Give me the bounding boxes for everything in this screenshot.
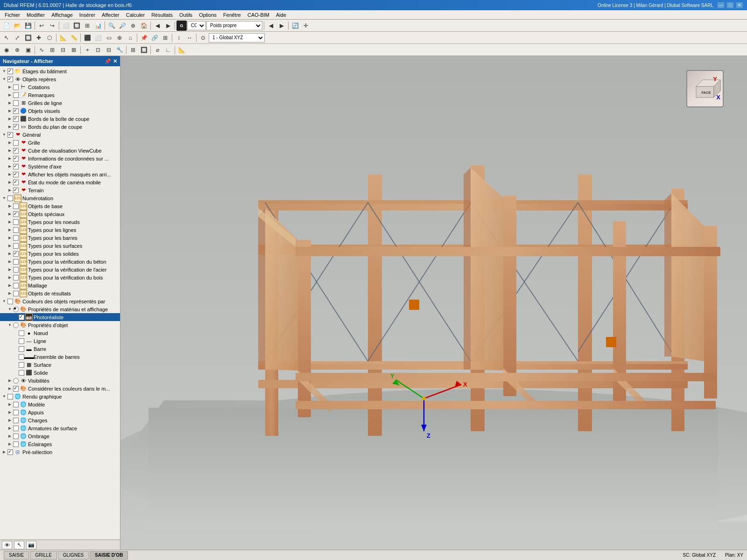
tree-item[interactable]: ▶▭Bords du plan de coupe [0, 123, 120, 131]
checkbox[interactable] [13, 172, 19, 177]
tb2-1[interactable]: ↖ [1, 33, 12, 43]
menu-item-fichier[interactable]: Fichier [2, 12, 23, 18]
checkbox[interactable] [13, 140, 19, 146]
tree-item[interactable]: ▶❤Grille [0, 139, 120, 147]
tb-btn-8[interactable]: 🏠 [139, 21, 149, 31]
checkbox[interactable] [13, 211, 19, 217]
expand-icon[interactable]: ▶ [7, 186, 13, 194]
expand-icon[interactable]: ▶ [7, 83, 13, 91]
tb2-2[interactable]: ⤢ [12, 33, 22, 43]
tb3-5[interactable]: ⊞ [47, 45, 57, 55]
tree-item[interactable]: ▶123Types pour les noeuds [0, 218, 120, 226]
tree-item[interactable]: ▼❤Général [0, 131, 120, 139]
radio[interactable] [13, 378, 19, 384]
checkbox[interactable] [13, 108, 19, 114]
checkbox[interactable] [13, 180, 19, 185]
tree-item[interactable]: ▶❤Afficher les objets masqués en arri... [0, 170, 120, 178]
tb2-4[interactable]: ✚ [34, 33, 44, 43]
tree-item[interactable]: —Ligne [0, 337, 120, 345]
checkbox[interactable] [7, 69, 13, 74]
tb-arrow-right[interactable]: ▶ [163, 21, 173, 31]
tree-item[interactable]: ▶123Objets de résultats [0, 289, 120, 297]
tb3-10[interactable]: ⊟ [104, 45, 114, 55]
nav-close-icon[interactable]: ✕ [113, 58, 117, 64]
checkbox[interactable] [13, 243, 19, 249]
expand-icon[interactable]: ▶ [7, 250, 13, 258]
tb3-6[interactable]: ⊟ [58, 45, 68, 55]
tree-item[interactable]: ▶❤État du mode de caméra mobile [0, 178, 120, 186]
checkbox[interactable] [13, 267, 19, 273]
expand-icon[interactable]: ▶ [7, 234, 13, 242]
expand-icon[interactable]: ▶ [7, 273, 13, 281]
expand-icon[interactable]: ▶ [7, 266, 13, 273]
expand-icon[interactable]: ▼ [1, 67, 7, 75]
menu-item-affecter[interactable]: Affecter [99, 12, 122, 18]
expand-icon[interactable]: ▼ [1, 392, 7, 400]
tb3-13[interactable]: 🔲 [139, 45, 149, 55]
checkbox[interactable] [13, 100, 19, 106]
expand-icon[interactable]: ▶ [7, 170, 13, 178]
checkbox[interactable] [13, 235, 19, 241]
statusbar-btn-saisie-d'ob[interactable]: SAISIE D'OB [90, 551, 128, 560]
checkbox[interactable] [13, 92, 19, 98]
checkbox[interactable] [19, 354, 24, 360]
checkbox[interactable] [13, 402, 19, 407]
checkbox[interactable] [19, 315, 24, 320]
tb3-2[interactable]: ⊕ [12, 45, 22, 55]
tb-btn-5[interactable]: 🔍 [106, 21, 117, 31]
nav-pin-icon[interactable]: 📌 [105, 58, 111, 64]
tree-item[interactable]: ▶123Types pour les barres [0, 234, 120, 242]
tree-item[interactable]: ▶123Objets de base [0, 202, 120, 210]
tree-item[interactable]: ▶⊢Cotations [0, 83, 120, 91]
expand-icon[interactable] [12, 337, 19, 345]
tb3-8[interactable]: ⌖ [82, 45, 92, 55]
expand-icon[interactable]: ▶ [7, 242, 13, 250]
tb2-5[interactable]: ⬡ [44, 33, 55, 43]
tree-item[interactable]: ▶❤Cube de visualisation ViewCube [0, 147, 120, 154]
tb3-9[interactable]: ⊡ [93, 45, 103, 55]
tree-item[interactable]: ▶123Types pour la vérification du béton [0, 258, 120, 266]
expand-icon[interactable]: ▶ [7, 416, 13, 424]
tree-item[interactable]: ▶123Maillage [0, 281, 120, 289]
checkbox[interactable] [7, 132, 13, 138]
checkbox[interactable] [13, 156, 19, 161]
expand-icon[interactable]: ▶ [7, 440, 13, 448]
tb3-4[interactable]: ∿ [36, 45, 47, 55]
menu-item-calculer[interactable]: Calculer [123, 12, 148, 18]
tree-item[interactable]: 📷Photoréaliste [0, 313, 120, 321]
expand-icon[interactable]: ▼ [1, 75, 7, 83]
tree-item[interactable]: ▶🌐Charges [0, 416, 120, 424]
checkbox[interactable] [13, 84, 19, 90]
tree-item[interactable]: ▼123Numérotation [0, 194, 120, 202]
checkbox[interactable] [13, 291, 19, 296]
tree-item[interactable]: ▶123Objets spéciaux [0, 210, 120, 218]
tb2-17[interactable]: ↔ [184, 33, 195, 43]
expand-icon[interactable]: ▼ [1, 131, 7, 139]
expand-icon[interactable]: ▶ [7, 289, 13, 297]
tb-btn-1[interactable]: ⬜ [61, 21, 71, 31]
expand-icon[interactable]: ▶ [7, 432, 13, 440]
open-button[interactable]: 📂 [12, 21, 22, 31]
expand-icon[interactable]: ▶ [7, 115, 13, 123]
tree-item[interactable]: ▶👁Visibilités [0, 377, 120, 385]
redo-button[interactable]: ↪ [47, 21, 57, 31]
tb-axis-btn[interactable]: G [176, 21, 187, 31]
checkbox[interactable] [13, 219, 19, 225]
tb3-3[interactable]: ▣ [23, 45, 33, 55]
expand-icon[interactable]: ▶ [7, 377, 13, 385]
checkbox[interactable] [13, 203, 19, 209]
tree-item[interactable]: ▼🎨Couleurs des objets représentés par [0, 297, 120, 305]
checkbox[interactable] [7, 299, 13, 304]
expand-icon[interactable]: ▶ [7, 281, 13, 289]
tree-item[interactable]: ▶❤Informations de coordonnées sur ... [0, 154, 120, 162]
checkbox[interactable] [19, 346, 24, 352]
tb3-1[interactable]: ◉ [1, 45, 12, 55]
expand-icon[interactable]: ▶ [7, 218, 13, 226]
new-button[interactable]: 📄 [1, 21, 12, 31]
checkbox[interactable] [7, 196, 13, 201]
minimize-button[interactable]: — [717, 2, 725, 8]
tb2-15[interactable]: ⊞ [160, 33, 170, 43]
menu-item-outils[interactable]: Outils [176, 12, 195, 18]
tb-btn-3[interactable]: ⊞ [82, 21, 92, 31]
menu-item-cao-bim[interactable]: CAO-BIM [245, 12, 272, 18]
